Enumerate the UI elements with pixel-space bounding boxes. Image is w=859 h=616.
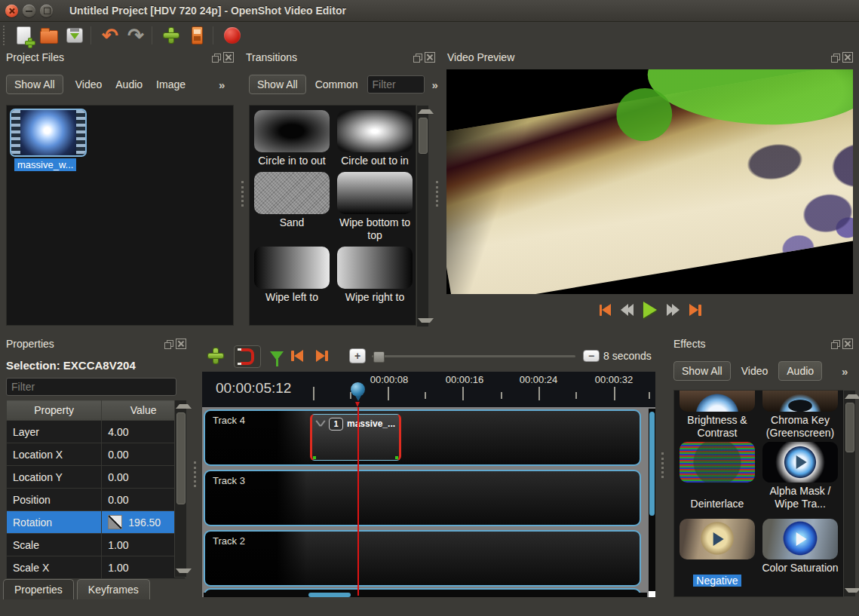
- scroll-down-icon[interactable]: [176, 568, 192, 573]
- float-panel-icon[interactable]: [831, 340, 839, 348]
- transition-item[interactable]: Circle out to in: [336, 110, 414, 167]
- properties-scrollbar[interactable]: [174, 400, 187, 578]
- import-files-button[interactable]: [160, 25, 183, 46]
- save-project-button[interactable]: [63, 25, 86, 46]
- resize-grip[interactable]: [649, 591, 655, 597]
- zoom-in-button[interactable]: +: [349, 345, 366, 366]
- transitions-tab-common[interactable]: Common: [314, 75, 360, 93]
- transition-item[interactable]: Circle in to out: [253, 110, 331, 167]
- transitions-filter-input[interactable]: [367, 75, 425, 93]
- effect-item[interactable]: Deinterlace: [677, 442, 757, 510]
- tab-properties[interactable]: Properties: [3, 579, 74, 599]
- undo-button[interactable]: ↶: [99, 25, 121, 46]
- export-video-button[interactable]: [221, 25, 244, 46]
- chevron-down-icon[interactable]: [317, 420, 324, 426]
- scroll-up-icon[interactable]: [845, 394, 859, 399]
- transition-item[interactable]: Wipe bottom to top: [336, 172, 414, 242]
- effects-scrollbar[interactable]: [843, 390, 856, 597]
- timeline-zoom-slider[interactable]: [372, 345, 575, 366]
- razor-tool-button[interactable]: [270, 345, 284, 366]
- scrollbar-thumb[interactable]: [308, 593, 351, 597]
- property-value[interactable]: 196.50: [102, 511, 186, 534]
- scrollbar-thumb[interactable]: [419, 118, 428, 154]
- window-minimize-button[interactable]: [23, 5, 35, 17]
- property-row[interactable]: Scale1.00: [7, 534, 186, 556]
- play-button[interactable]: [643, 302, 657, 318]
- effect-item-selected[interactable]: Negative: [677, 519, 757, 587]
- property-row[interactable]: Scale X1.00: [7, 556, 186, 579]
- effect-item[interactable]: Chroma Key (Greenscreen): [760, 391, 840, 440]
- project-files-tab-audio[interactable]: Audio: [114, 75, 144, 93]
- project-files-tab-video[interactable]: Video: [74, 75, 104, 93]
- effects-overflow-chevron[interactable]: »: [842, 365, 848, 378]
- column-header-value[interactable]: Value: [102, 400, 186, 421]
- property-value[interactable]: 4.00: [102, 421, 186, 443]
- transition-item[interactable]: Sand: [253, 172, 331, 242]
- transition-item[interactable]: Wipe right to: [336, 247, 414, 304]
- track-4[interactable]: Track 4 1 massive_...: [204, 409, 641, 466]
- redo-button[interactable]: ↷: [124, 25, 147, 46]
- property-row-selected[interactable]: Rotation 196.50: [7, 511, 186, 534]
- playhead-marker[interactable]: [351, 382, 365, 407]
- zoom-out-button[interactable]: −: [583, 345, 600, 366]
- open-project-button[interactable]: [38, 25, 60, 46]
- clip-number-badge[interactable]: 1: [329, 418, 343, 431]
- timeline-horizontal-scrollbar[interactable]: [204, 593, 647, 597]
- property-row[interactable]: Location X0.00: [7, 443, 186, 466]
- properties-filter-input[interactable]: [6, 378, 176, 396]
- track-3[interactable]: Track 3: [204, 470, 641, 526]
- window-maximize-button[interactable]: [40, 5, 53, 17]
- project-files-overflow-chevron[interactable]: »: [219, 78, 225, 91]
- tab-keyframes[interactable]: Keyframes: [77, 579, 150, 599]
- scroll-up-icon[interactable]: [176, 404, 192, 409]
- column-header-property[interactable]: Property: [7, 400, 102, 421]
- scrollbar-thumb[interactable]: [649, 412, 655, 516]
- project-files-tab-image[interactable]: Image: [155, 75, 187, 93]
- transitions-overflow-chevron[interactable]: »: [432, 78, 438, 91]
- timeline-ruler[interactable]: 00:00:05:12 00:00:08 00:00:16 00:00:24 0…: [202, 372, 655, 408]
- effect-item[interactable]: Brightness & Contrast: [677, 391, 757, 440]
- effects-tab-show-all[interactable]: Show All: [673, 361, 731, 381]
- new-project-button[interactable]: [12, 25, 35, 46]
- property-value[interactable]: 0.00: [102, 489, 186, 511]
- import-sequence-button[interactable]: [186, 25, 208, 46]
- float-panel-icon[interactable]: [164, 340, 173, 348]
- track-2[interactable]: Track 2: [204, 530, 641, 587]
- scroll-up-icon[interactable]: [418, 109, 434, 114]
- effect-item[interactable]: Alpha Mask / Wipe Tra...: [760, 442, 840, 510]
- jump-to-end-button[interactable]: [689, 304, 701, 316]
- scroll-down-icon[interactable]: [845, 588, 859, 593]
- add-track-button[interactable]: [208, 345, 223, 366]
- property-row[interactable]: Position0.00: [7, 489, 186, 511]
- scrollbar-thumb[interactable]: [845, 403, 854, 452]
- property-row[interactable]: Location Y0.00: [7, 466, 186, 489]
- close-panel-icon[interactable]: [842, 339, 853, 349]
- float-panel-icon[interactable]: [831, 54, 839, 62]
- file-thumbnail[interactable]: [11, 110, 85, 155]
- transitions-tab-show-all[interactable]: Show All: [249, 75, 306, 94]
- scroll-down-icon[interactable]: [418, 318, 434, 323]
- timeline-tracks-area[interactable]: Track 4 1 massive_... Track 3 Track 2: [202, 407, 655, 597]
- jump-to-start-button[interactable]: [600, 304, 612, 316]
- splitter-handle[interactable]: [241, 181, 247, 207]
- toolbar-drag-handle[interactable]: [3, 26, 9, 45]
- splitter-handle[interactable]: [436, 181, 441, 207]
- effect-item[interactable]: Color Saturation: [760, 519, 840, 575]
- property-value[interactable]: 0.00: [102, 466, 186, 489]
- keyframe-interpolation-icon[interactable]: [108, 515, 122, 529]
- effects-tab-video[interactable]: Video: [740, 362, 770, 380]
- splitter-handle[interactable]: [661, 452, 667, 478]
- scrollbar-thumb[interactable]: [176, 412, 186, 504]
- transitions-scrollbar[interactable]: [416, 105, 429, 327]
- effects-tab-audio[interactable]: Audio: [778, 361, 822, 381]
- rewind-button[interactable]: [621, 304, 634, 316]
- project-files-tab-show-all[interactable]: Show All: [6, 75, 63, 94]
- property-value[interactable]: 0.00: [102, 443, 186, 466]
- property-value[interactable]: 1.00: [102, 534, 186, 556]
- file-name-selected[interactable]: massive_w...: [14, 158, 76, 171]
- transition-item[interactable]: Wipe left to: [253, 247, 331, 304]
- fast-forward-button[interactable]: [667, 304, 680, 316]
- close-panel-icon[interactable]: [425, 52, 435, 63]
- next-marker-button[interactable]: [316, 345, 328, 366]
- float-panel-icon[interactable]: [413, 54, 422, 62]
